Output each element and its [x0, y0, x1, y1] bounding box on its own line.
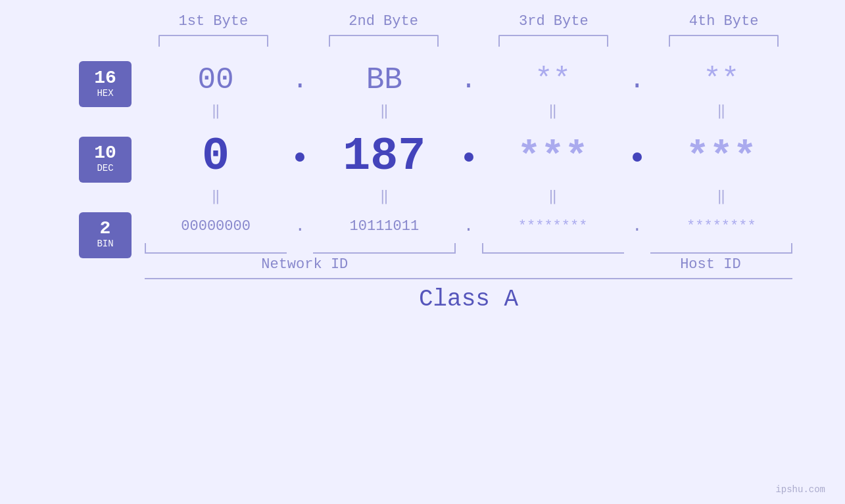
bracket-gap-1 — [287, 243, 313, 254]
hex-dot-2: . — [456, 66, 482, 95]
network-bracket-left — [145, 243, 287, 254]
class-section: Class A — [53, 278, 792, 313]
bin-val-1: 00000000 — [181, 218, 251, 235]
bin-dot-3: . — [624, 216, 650, 236]
byte-label-4: 4th Byte — [689, 13, 759, 30]
hex-row: 00 . BB . ** . ** — [145, 60, 792, 101]
bin-cell-2: 10111011 — [313, 218, 455, 235]
bin-dot-1: . — [287, 216, 313, 236]
equals-row-1: ‖ ‖ ‖ ‖ — [145, 101, 792, 121]
hex-val-1: 00 — [198, 63, 234, 97]
header-row: 1st Byte 2nd Byte 3rd Byte 4th Byte — [53, 13, 792, 47]
hex-num: 16 — [94, 69, 116, 87]
bracket-top-1 — [158, 35, 268, 47]
dec-badge: 10 DEC — [79, 137, 132, 183]
hex-cell-2: BB — [313, 63, 455, 97]
hex-val-4: ** — [703, 63, 739, 97]
host-bracket-left — [482, 243, 624, 254]
bin-badge: 2 BIN — [79, 212, 132, 258]
byte-col-2: 2nd Byte — [315, 13, 452, 47]
dec-cell-2: 187 — [313, 131, 455, 183]
byte-label-1: 1st Byte — [179, 13, 249, 30]
byte-col-3: 3rd Byte — [485, 13, 623, 47]
network-id-label: Network ID — [261, 256, 348, 273]
dec-dot-2 — [456, 152, 482, 162]
host-id-col — [465, 256, 629, 273]
dec-val-4: *** — [686, 135, 757, 179]
bin-cell-1: 00000000 — [145, 218, 287, 235]
dec-cell-1: 0 — [145, 131, 287, 183]
watermark: ipshu.com — [775, 484, 825, 495]
bin-val-4: ******** — [687, 218, 756, 235]
dec-dot-3 — [624, 152, 650, 162]
hex-cell-4: ** — [650, 63, 792, 97]
bracket-top-2 — [329, 35, 439, 47]
dec-name: DEC — [97, 162, 113, 175]
dec-cell-3: *** — [482, 135, 624, 179]
dec-num: 10 — [94, 144, 116, 162]
equals-row-2: ‖ ‖ ‖ ‖ — [145, 186, 792, 206]
bottom-brackets — [145, 243, 792, 254]
main-container: 1st Byte 2nd Byte 3rd Byte 4th Byte 16 H… — [0, 0, 845, 504]
hex-dot-3: . — [624, 66, 650, 95]
class-line — [145, 278, 792, 279]
bracket-top-3 — [498, 35, 608, 47]
hex-badge: 16 HEX — [79, 61, 132, 107]
dec-row: 0 187 *** *** — [145, 127, 792, 186]
bin-cell-3: ******** — [482, 218, 624, 235]
bin-val-2: 10111011 — [350, 218, 420, 235]
network-bracket-right — [313, 243, 455, 254]
dec-cell-4: *** — [650, 135, 792, 179]
hex-dot-1: . — [287, 66, 313, 95]
dec-val-1: 0 — [202, 131, 229, 183]
data-grid: 00 . BB . ** . ** — [145, 47, 792, 273]
bin-num: 2 — [100, 219, 111, 238]
bin-val-3: ******** — [518, 218, 588, 235]
hex-val-3: ** — [535, 63, 571, 97]
bin-row: 00000000 . 10111011 . ******** . — [145, 213, 792, 239]
byte-label-2: 2nd Byte — [349, 13, 418, 30]
dec-dot-1 — [287, 152, 313, 162]
byte-label-3: 3rd Byte — [519, 13, 589, 30]
bin-dot-2: . — [456, 216, 482, 236]
byte-col-1: 1st Byte — [145, 13, 282, 47]
content-area: 16 HEX 10 DEC 2 BIN 00 . — [53, 47, 792, 273]
host-id-label: Host ID — [680, 256, 740, 273]
bin-cell-4: ******** — [650, 218, 792, 235]
class-label: Class A — [419, 286, 518, 313]
bin-name: BIN — [97, 238, 113, 251]
dec-val-3: *** — [518, 135, 589, 179]
label-col: 16 HEX 10 DEC 2 BIN — [66, 47, 145, 273]
hex-cell-3: ** — [482, 63, 624, 97]
id-labels: Network ID Host ID — [145, 256, 792, 273]
bracket-top-4 — [669, 35, 779, 47]
host-bracket-right — [650, 243, 792, 254]
hex-name: HEX — [97, 87, 113, 101]
byte-col-4: 4th Byte — [655, 13, 792, 47]
hex-cell-1: 00 — [145, 63, 287, 97]
hex-val-2: BB — [366, 63, 402, 97]
dec-val-2: 187 — [343, 131, 425, 183]
